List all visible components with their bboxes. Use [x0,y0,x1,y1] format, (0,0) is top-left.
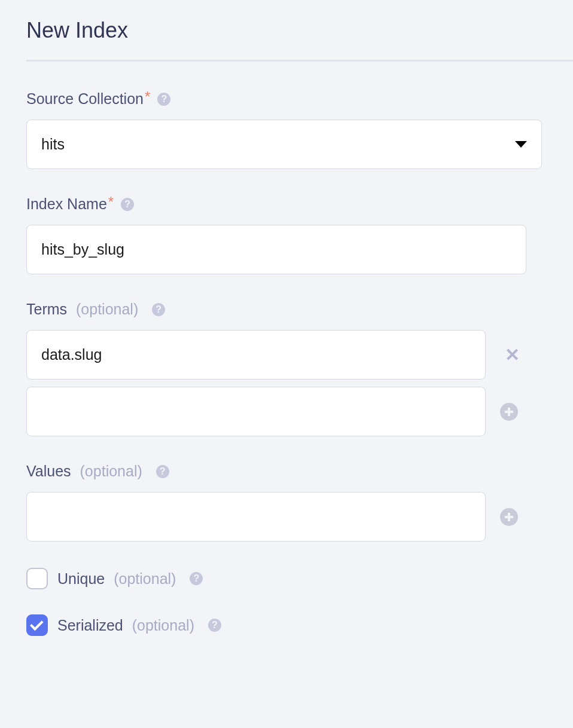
index-name-input[interactable] [26,225,526,274]
source-collection-label: Source Collection * ? [26,90,573,108]
unique-label: Unique (optional) ? [57,570,203,588]
optional-text: (optional) [114,570,176,588]
help-icon[interactable]: ? [208,619,221,632]
label-text: Serialized [57,617,123,634]
required-asterisk: * [145,88,150,105]
terms-field: Terms (optional) ? ✕ [26,301,573,436]
terms-label: Terms (optional) ? [26,301,573,318]
page-title: New Index [26,18,573,43]
serialized-label: Serialized (optional) ? [57,617,221,634]
label-text: Terms [26,301,67,318]
help-icon[interactable]: ? [190,572,203,585]
close-icon[interactable]: ✕ [500,341,525,369]
source-collection-select-wrapper: hits [26,120,542,169]
optional-text: (optional) [80,463,142,480]
help-icon[interactable]: ? [152,303,165,316]
label-text: Index Name [26,195,107,213]
terms-row-1 [26,387,573,436]
caret-down-icon [515,141,527,148]
plus-icon[interactable] [500,508,518,526]
unique-checkbox[interactable] [26,568,48,589]
terms-input-0[interactable] [26,330,486,380]
terms-row-0: ✕ [26,330,573,380]
values-row-0 [26,492,573,542]
required-asterisk: * [108,194,114,210]
source-collection-select[interactable]: hits [26,120,542,169]
index-name-label: Index Name * ? [26,195,573,213]
unique-row: Unique (optional) ? [26,568,573,589]
select-value: hits [41,136,65,153]
terms-input-1[interactable] [26,387,486,436]
plus-icon[interactable] [500,403,518,421]
help-icon[interactable]: ? [121,198,134,211]
label-text: Values [26,463,71,480]
serialized-checkbox[interactable] [26,614,48,636]
label-text: Unique [57,570,105,588]
optional-text: (optional) [132,617,194,634]
source-collection-field: Source Collection * ? hits [26,90,573,169]
help-icon[interactable]: ? [157,93,170,106]
optional-text: (optional) [76,301,138,318]
values-input-0[interactable] [26,492,486,542]
divider [26,60,573,62]
label-text: Source Collection [26,90,144,108]
values-label: Values (optional) ? [26,463,573,480]
checkmark-icon [30,617,44,631]
serialized-row: Serialized (optional) ? [26,614,573,636]
values-field: Values (optional) ? [26,463,573,542]
help-icon[interactable]: ? [156,465,169,478]
index-name-field: Index Name * ? [26,195,573,274]
